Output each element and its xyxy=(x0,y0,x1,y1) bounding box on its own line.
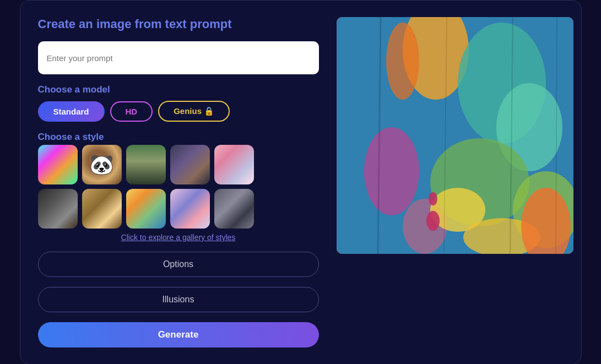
explore-gallery-link[interactable]: Click to explore a gallery of styles xyxy=(38,233,319,242)
main-card: Create an image from text prompt Choose … xyxy=(20,0,582,364)
style-thumb-7[interactable] xyxy=(82,189,122,229)
style-section-label: Choose a style xyxy=(38,132,319,143)
svg-point-2 xyxy=(386,23,419,100)
model-section-label: Choose a model xyxy=(38,84,319,95)
model-standard-button[interactable]: Standard xyxy=(38,101,105,122)
options-button[interactable]: Options xyxy=(38,252,319,277)
style-grid xyxy=(38,145,319,229)
left-panel: Create an image from text prompt Choose … xyxy=(38,17,319,347)
preview-image xyxy=(337,17,573,254)
style-thumb-6[interactable] xyxy=(38,189,78,229)
svg-point-17 xyxy=(429,192,437,205)
preview-canvas xyxy=(337,17,573,254)
model-genius-button[interactable]: Genius 🔒 xyxy=(158,101,230,122)
style-thumb-9[interactable] xyxy=(170,189,210,229)
style-thumb-1[interactable] xyxy=(38,145,78,184)
style-thumb-8[interactable] xyxy=(126,189,166,229)
right-panel xyxy=(337,17,573,254)
style-thumb-4[interactable] xyxy=(170,145,210,184)
model-section: Choose a model Standard HD Genius 🔒 xyxy=(38,84,319,122)
model-selector: Standard HD Genius 🔒 xyxy=(38,101,319,122)
style-thumb-2[interactable] xyxy=(82,145,122,184)
model-hd-button[interactable]: HD xyxy=(110,101,153,122)
svg-point-7 xyxy=(364,127,419,215)
generate-button[interactable]: Generate xyxy=(38,322,319,347)
prompt-input[interactable] xyxy=(38,41,319,74)
page-title: Create an image from text prompt xyxy=(38,17,319,31)
illusions-button[interactable]: Illusions xyxy=(38,287,319,312)
style-thumb-3[interactable] xyxy=(126,145,166,184)
style-section: Choose a style Click to explore a galler… xyxy=(38,132,319,242)
svg-point-16 xyxy=(426,211,440,231)
style-thumb-5[interactable] xyxy=(214,145,254,184)
style-thumb-10[interactable] xyxy=(214,189,254,229)
preview-svg xyxy=(337,17,573,254)
